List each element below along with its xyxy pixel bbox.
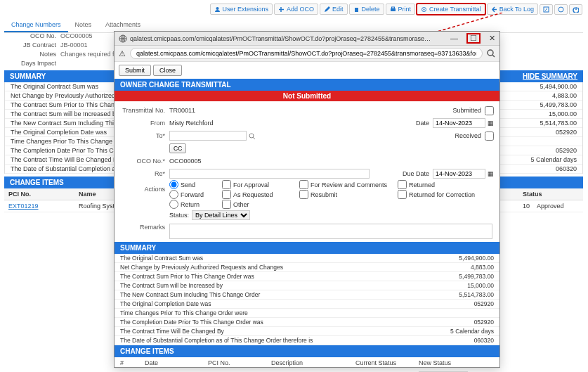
tab-attachments[interactable]: Attachments <box>98 18 148 32</box>
popup-title-url: qalatest.cmicpaas.com/cmicqalatest/PmOCT… <box>130 35 432 42</box>
oco-no-popup-value: OCO00005 <box>169 158 202 165</box>
col-pci: PCI No. <box>208 359 271 366</box>
add-oco-button[interactable]: Add OCO <box>274 4 318 15</box>
svg-point-4 <box>424 8 425 10</box>
logout-icon <box>573 6 579 13</box>
svg-point-9 <box>488 50 493 56</box>
edit-page-button[interactable] <box>540 4 553 15</box>
received-label: Received <box>455 132 485 139</box>
from-label: From <box>120 120 169 127</box>
popup-summary-header: SUMMARY <box>115 242 499 254</box>
close-button[interactable]: Close <box>153 65 182 76</box>
summary-header: SUMMARY <box>10 72 46 80</box>
minimize-button[interactable]: — <box>450 34 458 42</box>
notes-label: Notes <box>4 51 60 58</box>
item-status: Approved <box>537 203 579 210</box>
date-label: Date <box>416 120 433 127</box>
status-select[interactable]: By Detail Lines <box>192 210 250 220</box>
not-submitted-banner: Not Submitted <box>115 91 499 101</box>
jb-contract-label: JB Contract <box>4 41 60 49</box>
submitted-label: Submitted <box>452 107 485 114</box>
returned-correction-checkbox[interactable] <box>398 190 407 199</box>
pencil-icon <box>324 6 330 13</box>
re-input[interactable] <box>169 169 370 179</box>
as-requested-checkbox[interactable] <box>222 190 231 199</box>
col-pci-no: PCI No. <box>8 191 79 198</box>
for-review-checkbox[interactable] <box>299 180 308 189</box>
zoom-icon[interactable] <box>487 49 495 58</box>
remarks-textarea[interactable] <box>169 224 492 239</box>
create-transmittal-button[interactable]: Create Transmittal <box>417 4 485 15</box>
transmittal-no-label: Transmittal No. <box>120 107 169 114</box>
svg-point-0 <box>216 7 218 10</box>
delete-button[interactable]: Delete <box>349 4 384 15</box>
svg-point-6 <box>558 7 563 12</box>
date-input[interactable] <box>433 118 485 128</box>
to-label: To* <box>120 132 169 139</box>
not-secure-icon: ⚠ <box>119 49 126 58</box>
owner-change-header: OWNER CHANGE TRANSMITTAL <box>115 79 499 91</box>
date-picker-icon[interactable]: ▦ <box>488 120 494 127</box>
for-approval-checkbox[interactable] <box>222 180 231 189</box>
svg-rect-2 <box>391 7 394 8</box>
oco-no-popup-label: OCO No.* <box>120 158 169 165</box>
tab-notes[interactable]: Notes <box>68 18 99 32</box>
hide-summary-link[interactable]: HIDE SUMMARY <box>523 72 577 80</box>
change-items-header: CHANGE ITEMS <box>10 179 64 186</box>
oco-no-label: OCO No. <box>4 32 60 39</box>
due-date-picker-icon[interactable]: ▦ <box>488 170 494 177</box>
to-input[interactable] <box>169 131 247 141</box>
returned-checkbox[interactable] <box>398 180 407 189</box>
transmittal-no-value: TR00011 <box>169 107 261 114</box>
resubmit-checkbox[interactable] <box>299 190 308 199</box>
edit-page-icon <box>543 6 549 13</box>
svg-rect-1 <box>391 8 396 11</box>
print-icon <box>390 6 396 13</box>
col-num: # <box>120 359 145 366</box>
globe-icon <box>119 34 127 43</box>
print-button[interactable]: Print <box>386 4 416 15</box>
transmittal-popup: qalatest.cmicpaas.com/cmicqalatest/PmOCT… <box>114 31 500 368</box>
from-value: Misty Retchford <box>169 120 261 127</box>
days-impact-label: Days Impact <box>4 60 60 67</box>
edit-button[interactable]: Edit <box>320 4 348 15</box>
col-status: Status <box>523 191 579 198</box>
remarks-label: Remarks <box>120 224 169 231</box>
pci-link[interactable]: EXT01219 <box>8 203 39 210</box>
re-label: Re* <box>120 170 169 177</box>
search-icon[interactable] <box>249 133 255 139</box>
item-count: 10 <box>516 203 537 210</box>
due-date-label: Due Date <box>403 170 433 177</box>
user-config-button[interactable] <box>554 4 568 15</box>
close-window-button[interactable]: ✕ <box>489 34 495 42</box>
maximize-button[interactable]: ☐ <box>466 33 481 44</box>
tab-change-numbers[interactable]: Change Numbers <box>4 18 68 32</box>
gear-icon <box>421 6 427 13</box>
svg-line-12 <box>253 137 255 139</box>
cc-button[interactable]: CC <box>169 143 186 153</box>
return-radio[interactable] <box>169 200 178 209</box>
address-bar[interactable] <box>130 48 483 59</box>
other-checkbox[interactable] <box>222 200 231 209</box>
plus-icon <box>278 6 285 13</box>
submit-button[interactable]: Submit <box>119 65 151 76</box>
col-date: Date <box>145 359 208 366</box>
submitted-checkbox[interactable] <box>485 106 494 115</box>
logout-button[interactable] <box>569 4 582 15</box>
user-config-icon <box>558 6 564 13</box>
forward-radio[interactable] <box>169 190 178 199</box>
svg-line-10 <box>492 55 495 57</box>
status-label: Status: <box>169 212 189 219</box>
popup-change-items-header: CHANGE ITEMS <box>115 345 499 357</box>
col-curr-status: Current Status <box>355 359 419 366</box>
jb-contract-value: JB-00001 <box>60 41 88 49</box>
actions-label: Actions <box>120 180 169 193</box>
user-icon <box>214 6 221 13</box>
send-radio[interactable] <box>169 180 178 189</box>
due-date-input[interactable] <box>433 169 485 179</box>
received-checkbox[interactable] <box>485 132 494 141</box>
oco-no-value: OCO00005 <box>60 32 93 39</box>
back-to-log-button[interactable]: Back To Log <box>487 4 538 15</box>
user-extensions-button[interactable]: User Extensions <box>210 4 273 15</box>
back-arrow-icon <box>491 6 497 13</box>
